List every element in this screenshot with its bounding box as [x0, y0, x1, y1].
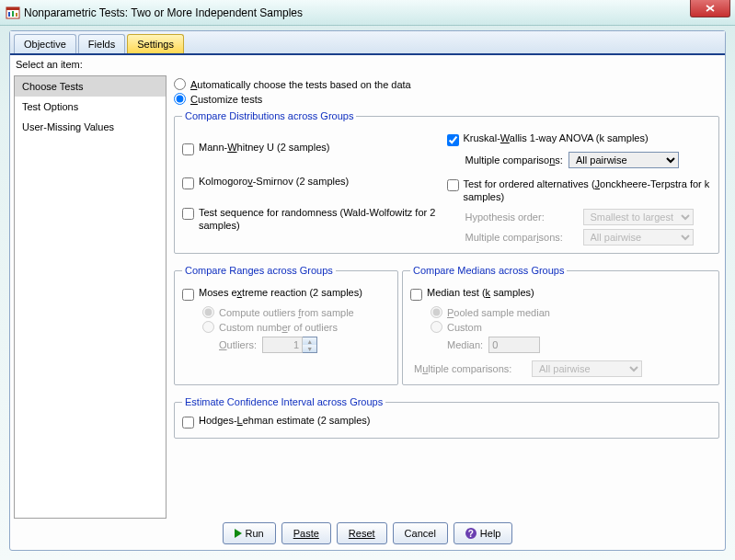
- median-mcomp-label: Multiple comparisons:: [414, 363, 532, 374]
- sidebar: Choose Tests Test Options User-Missing V…: [14, 75, 167, 519]
- main-panel: AAutomatically choose the tests based on…: [172, 75, 721, 519]
- mode-auto-radio[interactable]: [174, 78, 186, 90]
- wald-wolfowitz-checkbox[interactable]: [182, 208, 194, 220]
- reset-button[interactable]: Reset: [337, 522, 387, 544]
- jonckheere-checkbox[interactable]: [447, 179, 459, 191]
- ks-checkbox[interactable]: [182, 177, 194, 189]
- median-test-label: Median test (k samples): [427, 287, 534, 298]
- moses-checkbox[interactable]: [182, 289, 194, 301]
- mann-whitney-label: Mann-Whitney U (2 samples): [199, 142, 329, 153]
- tab-settings[interactable]: Settings: [127, 34, 184, 53]
- group-compare-medians: Compare Medians across Groups Median tes…: [402, 265, 719, 385]
- run-icon: [235, 529, 242, 538]
- mode-custom-radio[interactable]: [174, 93, 186, 105]
- spinner-down-icon: ▼: [303, 345, 316, 352]
- help-button[interactable]: ?Help: [454, 522, 513, 544]
- median-pooled-radio: [431, 306, 442, 318]
- paste-button[interactable]: Paste: [281, 522, 331, 544]
- run-button[interactable]: Run: [223, 522, 276, 544]
- help-icon: ?: [465, 528, 477, 539]
- hodges-lehman-checkbox[interactable]: [182, 417, 194, 429]
- button-bar: Run Paste Reset Cancel ?Help: [10, 522, 725, 544]
- kruskal-wallis-checkbox[interactable]: [447, 134, 459, 146]
- median-value-input: [488, 337, 540, 353]
- median-custom-label: Custom: [447, 322, 482, 333]
- ks-label: Kolmogorov-Smirnov (2 samples): [199, 176, 349, 187]
- sidebar-header: Select an item:: [10, 55, 725, 72]
- group-compare-medians-legend: Compare Medians across Groups: [410, 265, 567, 276]
- mode-auto-label: AAutomatically choose the tests based on…: [190, 79, 411, 90]
- kw-mcomp-select[interactable]: All pairwise: [568, 152, 679, 168]
- moses-compute-label: Compute outliers from sample: [219, 307, 354, 318]
- wald-wolfowitz-label: Test sequence for randomness (Wald-Wolfo…: [199, 206, 447, 232]
- svg-rect-1: [6, 7, 19, 10]
- outliers-spinner: ▲▼: [262, 337, 317, 353]
- close-icon: [706, 5, 715, 12]
- jonckheere-label: Test for ordered alternatives (Jonckheer…: [464, 177, 712, 203]
- outliers-label: Outliers:: [219, 339, 257, 350]
- jt-mcomp-select: All pairwise: [583, 229, 694, 246]
- mann-whitney-checkbox[interactable]: [182, 143, 194, 155]
- moses-custom-radio: [202, 321, 214, 333]
- window-title: Nonparametric Tests: Two or More Indepen…: [24, 6, 303, 19]
- kruskal-wallis-label: Kruskal-Wallis 1-way ANOVA (k samples): [464, 132, 649, 143]
- jt-mcomp-label: Multiple comparisons:: [465, 232, 583, 243]
- sidebar-item-user-missing[interactable]: User-Missing Values: [15, 117, 166, 137]
- group-compare-distributions-legend: Compare Distributions across Groups: [182, 110, 356, 121]
- median-pooled-label: Pooled sample median: [447, 307, 550, 318]
- svg-rect-2: [8, 12, 10, 17]
- group-confidence-interval-legend: Estimate Confidence Interval across Grou…: [182, 396, 385, 407]
- kw-mcomp-label: Multiple comparisons:: [465, 154, 563, 166]
- app-icon: [6, 6, 20, 20]
- spinner-up-icon: ▲: [303, 337, 316, 345]
- title-bar: Nonparametric Tests: Two or More Indepen…: [0, 0, 735, 26]
- tab-row: Objective Fields Settings: [10, 31, 725, 55]
- group-compare-distributions: Compare Distributions across Groups Mann…: [174, 110, 719, 254]
- sidebar-item-choose-tests[interactable]: Choose Tests: [15, 76, 166, 97]
- hodges-lehman-label: Hodges-Lehman estimate (2 samples): [199, 415, 370, 426]
- dialog-body: Objective Fields Settings Select an item…: [9, 30, 726, 551]
- mode-custom-label: Customize testsCustomize tests: [190, 94, 262, 105]
- group-compare-ranges: Compare Ranges across Groups Moses extre…: [174, 265, 398, 385]
- tab-fields[interactable]: Fields: [78, 34, 125, 53]
- moses-compute-radio: [202, 306, 214, 318]
- moses-label: Moses extreme reaction (2 samples): [199, 287, 362, 298]
- jt-hyp-select: Smallest to largest: [583, 209, 694, 225]
- median-value-label: Median:: [447, 339, 483, 350]
- cancel-button[interactable]: Cancel: [393, 522, 448, 544]
- svg-rect-3: [12, 11, 14, 17]
- group-compare-ranges-legend: Compare Ranges across Groups: [182, 265, 336, 276]
- outliers-input: [262, 337, 303, 353]
- moses-custom-label: Custom number of outliers: [219, 322, 338, 333]
- sidebar-item-test-options[interactable]: Test Options: [15, 97, 166, 117]
- svg-rect-4: [16, 13, 17, 17]
- close-button[interactable]: [690, 0, 730, 17]
- median-test-checkbox[interactable]: [410, 289, 422, 301]
- median-custom-radio: [431, 321, 442, 333]
- median-mcomp-select: All pairwise: [532, 360, 642, 377]
- jt-hyp-label: Hypothesis order:: [465, 211, 583, 223]
- tab-objective[interactable]: Objective: [14, 34, 76, 53]
- group-confidence-interval: Estimate Confidence Interval across Grou…: [174, 396, 719, 439]
